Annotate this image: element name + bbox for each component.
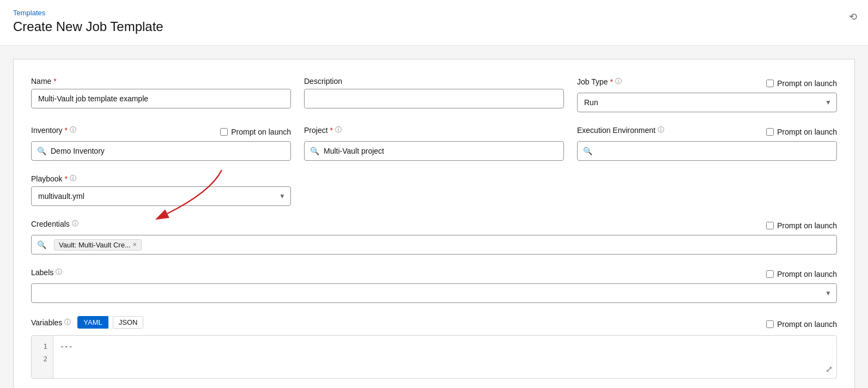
labels-prompt-checkbox[interactable]: Prompt on launch — [766, 270, 837, 278]
execution-env-prompt-label: Prompt on launch — [777, 128, 837, 136]
execution-env-search-field: 🔍 — [577, 141, 837, 161]
name-required: * — [53, 77, 56, 86]
labels-input[interactable] — [31, 283, 837, 303]
inventory-field-group: Inventory * ⓘ Prompt on launch 🔍 — [31, 125, 291, 161]
line-numbers: 1 2 — [32, 336, 53, 378]
description-label: Description — [304, 77, 342, 86]
credentials-prompt-label: Prompt on launch — [777, 221, 837, 230]
labels-prompt-label: Prompt on launch — [777, 270, 837, 278]
execution-env-search-icon: 🔍 — [583, 147, 592, 155]
execution-env-help-icon[interactable]: ⓘ — [658, 125, 664, 135]
description-field-group: Description — [304, 77, 564, 112]
variables-field-group: Variables ⓘ YAMLJSON Prompt on launch 1 … — [31, 316, 837, 379]
credentials-prompt-input[interactable] — [766, 222, 774, 229]
execution-env-field-group: Execution Environment ⓘ Prompt on launch… — [577, 125, 837, 161]
labels-field-group: Labels ⓘ Prompt on launch ▼ — [31, 268, 837, 303]
labels-prompt-input[interactable] — [766, 270, 774, 278]
job-type-help-icon[interactable]: ⓘ — [615, 77, 622, 86]
credentials-label: Credentials — [31, 220, 70, 228]
credentials-field-group: Credentials ⓘ Prompt on launch 🔍 Vault: … — [31, 219, 837, 254]
credential-tag-text: Vault: Multi-Vault Cre... — [59, 241, 131, 249]
execution-env-prompt-input[interactable] — [766, 128, 774, 136]
playbook-select[interactable]: multivault.yml — [31, 186, 291, 206]
variables-prompt-checkbox[interactable]: Prompt on launch — [766, 320, 837, 329]
variables-prompt-input[interactable] — [766, 320, 774, 328]
inventory-help-icon[interactable]: ⓘ — [70, 125, 76, 135]
playbook-field-group: Playbook * ⓘ multivault.yml ▼ — [31, 174, 291, 206]
execution-env-input[interactable] — [597, 147, 831, 155]
page-title: Create New Job Template — [13, 19, 855, 34]
playbook-required: * — [65, 174, 68, 183]
credentials-prompt-checkbox[interactable]: Prompt on launch — [766, 221, 837, 230]
name-field-group: Name * — [31, 77, 291, 112]
inventory-search-icon: 🔍 — [37, 147, 46, 155]
execution-env-prompt-checkbox[interactable]: Prompt on launch — [766, 128, 837, 136]
job-type-field-group: Job Type * ⓘ Prompt on launch Run Check … — [577, 77, 837, 112]
line-number-1: 1 — [37, 340, 47, 353]
variables-help-icon[interactable]: ⓘ — [64, 318, 71, 327]
job-type-prompt-checkbox[interactable]: Prompt on launch — [766, 79, 837, 88]
expand-button[interactable]: ⤢ — [825, 364, 833, 374]
inventory-prompt-label: Prompt on launch — [231, 128, 291, 136]
project-label: Project — [304, 126, 328, 135]
inventory-required: * — [65, 126, 68, 135]
job-type-required: * — [610, 77, 613, 86]
variables-editor[interactable]: 1 2 --- — [31, 335, 837, 379]
name-label: Name — [31, 77, 51, 86]
credential-tag: Vault: Multi-Vault Cre... × — [54, 239, 142, 251]
inventory-search-field: 🔍 — [31, 141, 291, 161]
variables-toggle-group: YAMLJSON — [77, 316, 143, 329]
description-input[interactable] — [304, 89, 564, 108]
variables-prompt-label: Prompt on launch — [777, 320, 837, 329]
inventory-prompt-checkbox[interactable]: Prompt on launch — [220, 128, 291, 136]
job-type-select-wrapper: Run Check ▼ — [577, 93, 837, 112]
job-type-label: Job Type — [577, 77, 608, 86]
project-search-field: 🔍 — [304, 141, 564, 161]
playbook-help-icon[interactable]: ⓘ — [70, 174, 76, 183]
variables-content[interactable]: --- — [53, 336, 836, 378]
credential-remove-button[interactable]: × — [133, 241, 137, 248]
job-type-select[interactable]: Run Check — [577, 93, 837, 112]
playbook-label: Playbook — [31, 174, 63, 183]
inventory-label: Inventory — [31, 126, 63, 135]
project-required: * — [330, 126, 333, 135]
job-type-prompt-label: Prompt on launch — [777, 79, 837, 88]
inventory-input[interactable] — [51, 147, 285, 155]
project-input[interactable] — [324, 147, 558, 155]
credentials-help-icon[interactable]: ⓘ — [72, 219, 78, 228]
yaml-toggle-button[interactable]: YAML — [77, 316, 108, 329]
name-input[interactable] — [31, 89, 291, 108]
line-number-2: 2 — [37, 353, 47, 365]
json-toggle-button[interactable]: JSON — [113, 316, 144, 329]
job-type-prompt-input[interactable] — [766, 80, 774, 87]
credentials-search-icon: 🔍 — [37, 240, 46, 249]
project-field-group: Project * ⓘ 🔍 — [304, 125, 564, 161]
project-help-icon[interactable]: ⓘ — [335, 125, 342, 135]
execution-env-label: Execution Environment — [577, 126, 655, 135]
credentials-input-area[interactable]: 🔍 Vault: Multi-Vault Cre... × — [31, 235, 837, 254]
inventory-prompt-input[interactable] — [220, 128, 228, 136]
breadcrumb[interactable]: Templates — [13, 9, 855, 17]
variables-label: Variables — [31, 318, 62, 327]
labels-label: Labels — [31, 268, 53, 277]
playbook-select-wrapper: multivault.yml ▼ — [31, 186, 291, 206]
history-icon[interactable]: ⟲ — [849, 11, 857, 23]
labels-help-icon[interactable]: ⓘ — [56, 268, 62, 277]
project-search-icon: 🔍 — [310, 147, 319, 155]
